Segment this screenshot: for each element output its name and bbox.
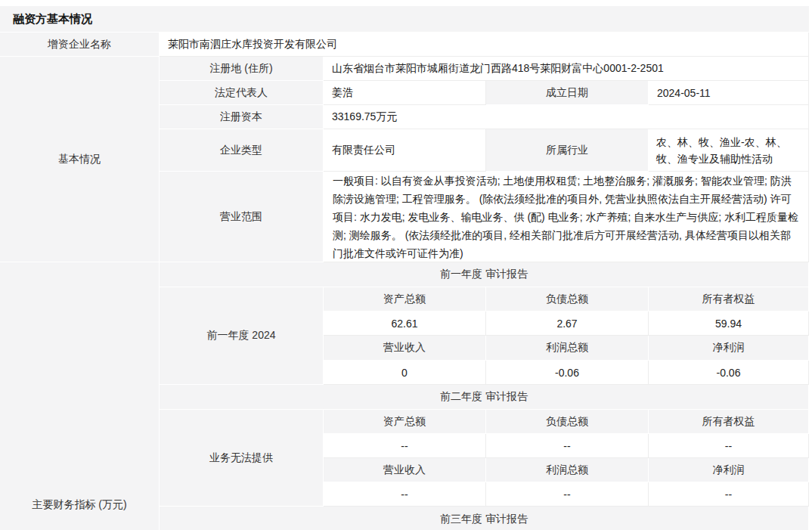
metric-value-total-profit: -0.06 — [486, 361, 649, 385]
metric-value-revenue: -- — [324, 482, 486, 507]
metric-value-net-profit: -0.06 — [649, 361, 809, 385]
establish-date-value: 2024-05-11 — [649, 81, 809, 105]
company-name-value: 莱阳市南泗庄水库投资开发有限公司 — [160, 33, 809, 57]
registered-address-value: 山东省烟台市莱阳市城厢街道龙门西路418号莱阳财富中心0001-2-2501 — [324, 57, 809, 81]
section3-period-header: 前三年度 审计报告 — [160, 507, 809, 530]
registered-capital-label: 注册资本 — [160, 105, 324, 129]
legal-representative-label: 法定代表人 — [160, 81, 324, 105]
metric-label-owners-equity: 所有者权益 — [649, 287, 809, 311]
company-type-label: 企业类型 — [160, 129, 324, 172]
metric-label-revenue: 营业收入 — [324, 458, 486, 482]
metric-value-total-profit: -- — [486, 482, 649, 507]
metric-label-net-profit: 净利润 — [649, 458, 809, 482]
section2-period-header: 前二年度 审计报告 — [160, 385, 809, 410]
metric-label-owners-equity: 所有者权益 — [649, 410, 809, 434]
section-title: 融资方基本情况 — [0, 6, 809, 32]
company-name-label: 增资企业名称 — [0, 33, 160, 57]
info-table: 增资企业名称 莱阳市南泗庄水库投资开发有限公司 基本情况 注册地 (住所) 山东… — [0, 33, 809, 530]
metric-label-total-liabilities: 负债总额 — [486, 287, 649, 311]
basic-info-group-label: 基本情况 — [0, 57, 160, 262]
metric-value-total-liabilities: -- — [486, 434, 649, 458]
metric-label-total-assets: 资产总额 — [324, 410, 486, 434]
company-type-value: 有限责任公司 — [324, 129, 486, 172]
metric-value-owners-equity: -- — [649, 434, 809, 458]
registered-capital-value: 33169.75万元 — [324, 105, 809, 129]
establish-date-label: 成立日期 — [486, 81, 649, 105]
section1-row-label: 前一年度 2024 — [160, 287, 324, 385]
metric-label-total-profit: 利润总额 — [486, 336, 649, 361]
metric-value-net-profit: -- — [649, 482, 809, 507]
metric-value-total-liabilities: 2.67 — [486, 311, 649, 336]
financials-group-label: 主要财务指标 (万元) — [0, 262, 160, 530]
metric-value-total-assets: 62.61 — [324, 311, 486, 336]
metric-value-total-assets: -- — [324, 434, 486, 458]
metric-label-total-assets: 资产总额 — [324, 287, 486, 311]
metric-value-revenue: 0 — [324, 361, 486, 385]
legal-representative-value: 姜浩 — [324, 81, 486, 105]
business-scope-value: 一般项目: 以自有资金从事投资活动; 土地使用权租赁; 土地整治服务; 灌溉服务… — [324, 172, 809, 262]
metric-label-net-profit: 净利润 — [649, 336, 809, 361]
business-scope-label: 营业范围 — [160, 172, 324, 262]
metric-label-revenue: 营业收入 — [324, 336, 486, 361]
industry-label: 所属行业 — [486, 129, 649, 172]
industry-value: 农、林、牧、渔业-农、林、牧、渔专业及辅助性活动 — [649, 129, 809, 172]
metric-value-owners-equity: 59.94 — [649, 311, 809, 336]
financing-party-info-page: 融资方基本情况 增资企业名称 莱阳市南泗庄水库投资开发有限公司 基本情况 注册地… — [0, 0, 812, 530]
metric-label-total-liabilities: 负债总额 — [486, 410, 649, 434]
section2-row-label: 业务无法提供 — [160, 410, 324, 507]
registered-address-label: 注册地 (住所) — [160, 57, 324, 81]
metric-label-total-profit: 利润总额 — [486, 458, 649, 482]
section1-period-header: 前一年度 审计报告 — [160, 262, 809, 287]
